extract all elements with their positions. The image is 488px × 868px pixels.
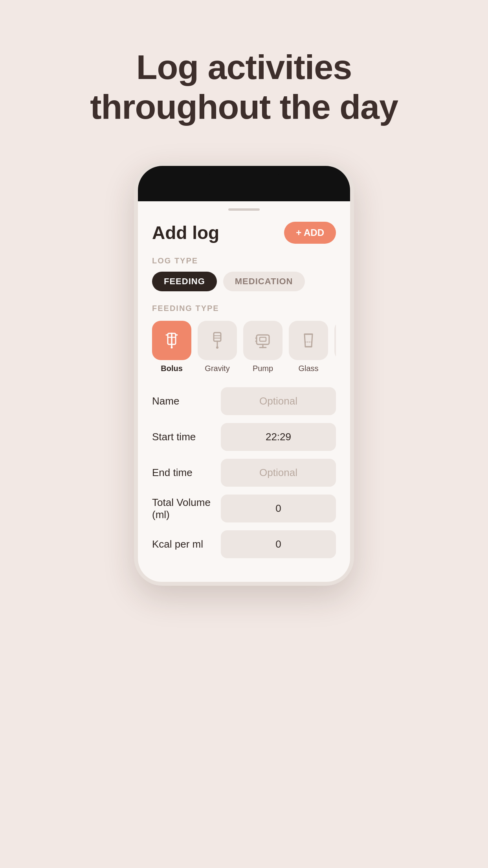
- hero-line1: Log activities: [136, 48, 352, 86]
- svg-point-9: [216, 346, 218, 349]
- feeding-type-pump[interactable]: Pump: [243, 321, 283, 373]
- screen-content: Add log + ADD LOG TYPE FEEDING MEDICATIO…: [138, 211, 350, 558]
- form-row-start-time: Start time 22:29: [152, 423, 336, 451]
- phone-notch: [209, 166, 279, 180]
- form-label-kcal: Kcal per ml: [152, 538, 221, 550]
- log-type-label: LOG TYPE: [152, 256, 336, 265]
- feeding-type-bottle[interactable]: Bottle: [334, 321, 336, 373]
- add-button-label: + ADD: [296, 227, 324, 238]
- log-type-tab-medication[interactable]: MEDICATION: [223, 272, 305, 291]
- form-input-kcal[interactable]: 0: [221, 530, 336, 558]
- svg-point-4: [171, 347, 173, 349]
- form-row-name: Name Optional: [152, 387, 336, 415]
- form-input-end-time[interactable]: Optional: [221, 459, 336, 487]
- feeding-type-icon-glass: [289, 321, 328, 360]
- feeding-types-row: Bolus Gravity: [152, 321, 336, 373]
- form-row-end-time: End time Optional: [152, 459, 336, 487]
- svg-rect-13: [260, 337, 266, 341]
- feeding-type-icon-pump: [243, 321, 283, 360]
- add-log-button[interactable]: + ADD: [284, 222, 336, 244]
- form-row-kcal: Kcal per ml 0: [152, 530, 336, 558]
- feeding-type-label: FEEDING TYPE: [152, 304, 336, 313]
- log-type-tab-feeding[interactable]: FEEDING: [152, 272, 217, 291]
- hero-headline: Log activities throughout the day: [67, 47, 421, 127]
- feeding-type-icon-bottle: [334, 321, 336, 360]
- feeding-type-glass-label: Glass: [298, 364, 318, 373]
- form-label-start-time: Start time: [152, 431, 221, 443]
- form-input-name[interactable]: Optional: [221, 387, 336, 415]
- log-type-row: FEEDING MEDICATION: [152, 272, 336, 291]
- feeding-type-gravity-label: Gravity: [205, 364, 229, 373]
- feeding-type-gravity[interactable]: Gravity: [198, 321, 237, 373]
- svg-rect-12: [257, 335, 269, 344]
- feeding-type-bolus[interactable]: Bolus: [152, 321, 191, 373]
- feeding-type-glass[interactable]: Glass: [289, 321, 328, 373]
- page-title: Add log: [152, 222, 219, 243]
- form-label-total-volume: Total Volume (ml): [152, 497, 221, 521]
- phone-notch-area: [138, 166, 350, 201]
- form-label-end-time: End time: [152, 467, 221, 479]
- hero-line2: throughout the day: [90, 87, 398, 126]
- feeding-type-icon-bolus: [152, 321, 191, 360]
- phone-mockup: Add log + ADD LOG TYPE FEEDING MEDICATIO…: [134, 162, 354, 586]
- header-row: Add log + ADD: [152, 222, 336, 244]
- feeding-type-icon-gravity: [198, 321, 237, 360]
- feeding-type-bolus-label: Bolus: [161, 364, 183, 373]
- svg-rect-7: [214, 333, 221, 341]
- feeding-type-pump-label: Pump: [253, 364, 273, 373]
- phone-outer: Add log + ADD LOG TYPE FEEDING MEDICATIO…: [134, 162, 354, 586]
- form-input-total-volume[interactable]: 0: [221, 495, 336, 522]
- form-row-total-volume: Total Volume (ml) 0: [152, 495, 336, 522]
- phone-screen: Add log + ADD LOG TYPE FEEDING MEDICATIO…: [138, 201, 350, 582]
- form-input-start-time[interactable]: 22:29: [221, 423, 336, 451]
- form-label-name: Name: [152, 395, 221, 407]
